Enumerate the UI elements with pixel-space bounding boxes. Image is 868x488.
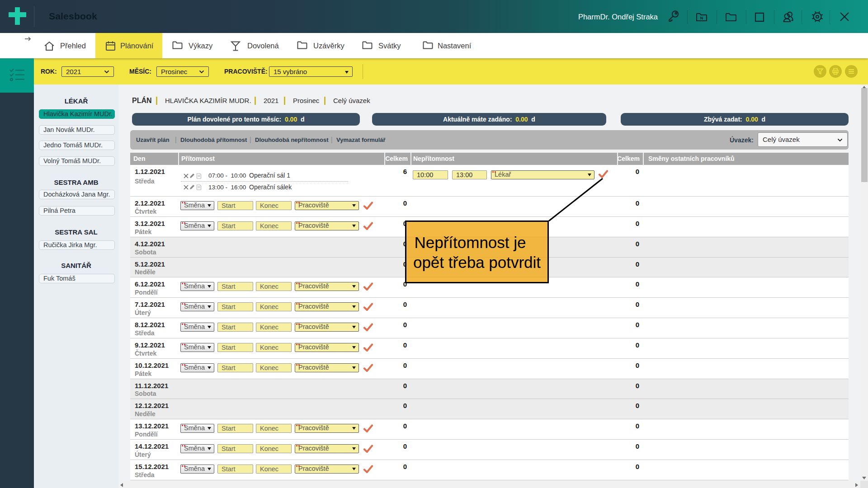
svg-text:N: N: [700, 16, 703, 20]
